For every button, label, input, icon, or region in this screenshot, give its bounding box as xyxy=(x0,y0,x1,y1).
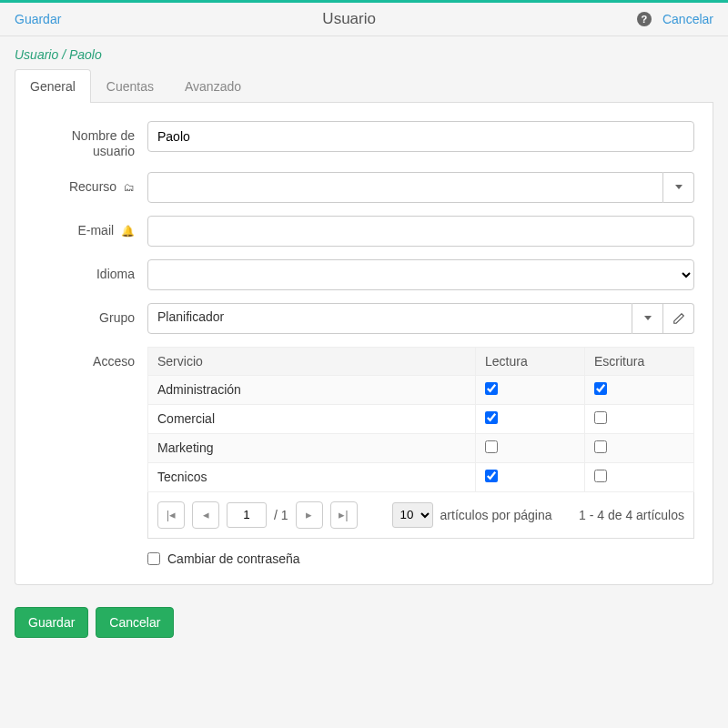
pager-next-button[interactable]: ▸ xyxy=(296,501,323,529)
pencil-icon xyxy=(672,312,685,325)
service-cell: Comercial xyxy=(148,404,476,433)
bell-icon: 🔔 xyxy=(121,225,135,238)
write-checkbox[interactable] xyxy=(594,382,607,395)
header-cancel-link[interactable]: Cancelar xyxy=(662,12,713,26)
recurso-dropdown-button[interactable] xyxy=(663,172,694,203)
table-row[interactable]: Comercial xyxy=(148,404,694,433)
write-checkbox[interactable] xyxy=(594,470,607,482)
chevron-down-icon xyxy=(675,185,682,189)
change-password-label: Cambiar de contraseña xyxy=(167,551,300,566)
write-cell xyxy=(585,462,694,491)
tab-panel-general: Nombre de usuario Recurso 🗂 E-mail 🔔 xyxy=(15,103,713,585)
pager-page-input[interactable] xyxy=(227,502,267,528)
read-cell xyxy=(476,462,585,491)
read-checkbox[interactable] xyxy=(485,411,498,424)
write-cell xyxy=(585,375,694,404)
pager-first-button[interactable]: |◂ xyxy=(157,501,185,529)
read-cell xyxy=(476,375,585,404)
service-cell: Marketing xyxy=(148,433,476,462)
resource-icon: 🗂 xyxy=(124,181,135,194)
grupo-input[interactable]: Planificador xyxy=(147,303,632,334)
grupo-label: Grupo xyxy=(34,303,147,326)
tab-cuentas[interactable]: Cuentas xyxy=(91,69,169,103)
username-label: Nombre de usuario xyxy=(34,121,147,159)
tab-bar: General Cuentas Avanzado xyxy=(15,69,713,103)
grupo-edit-button[interactable] xyxy=(663,303,694,334)
page-title: Usuario xyxy=(61,10,637,28)
write-cell xyxy=(585,433,694,462)
table-row[interactable]: Tecnicos xyxy=(148,462,694,491)
col-servicio[interactable]: Servicio xyxy=(148,347,476,375)
read-checkbox[interactable] xyxy=(485,440,498,453)
service-cell: Tecnicos xyxy=(148,462,476,491)
change-password-checkbox[interactable] xyxy=(147,552,160,565)
chevron-down-icon xyxy=(644,316,652,320)
help-icon[interactable]: ? xyxy=(637,12,652,26)
read-checkbox[interactable] xyxy=(485,382,498,395)
pager-range-label: 1 - 4 de 4 artículos xyxy=(579,508,684,522)
recurso-input[interactable] xyxy=(147,172,663,203)
read-checkbox[interactable] xyxy=(485,470,498,482)
save-button[interactable]: Guardar xyxy=(15,607,88,638)
grupo-dropdown-button[interactable] xyxy=(632,303,663,334)
write-checkbox[interactable] xyxy=(594,440,607,453)
recurso-label: Recurso 🗂 xyxy=(34,172,147,195)
pager-last-button[interactable]: ▸| xyxy=(330,501,358,529)
pager-prev-button[interactable]: ◂ xyxy=(192,501,219,529)
pager-total-pages: / 1 xyxy=(274,508,288,522)
username-input[interactable] xyxy=(147,121,694,152)
write-cell xyxy=(585,404,694,433)
table-row[interactable]: Marketing xyxy=(148,433,694,462)
col-lectura[interactable]: Lectura xyxy=(476,347,585,375)
footer-buttons: Guardar Cancelar xyxy=(0,585,728,660)
header: Guardar Usuario ? Cancelar xyxy=(0,3,728,36)
service-cell: Administración xyxy=(148,375,476,404)
header-save-link[interactable]: Guardar xyxy=(15,12,61,26)
pager: |◂ ◂ / 1 ▸ ▸| 10 artículos por página 1 … xyxy=(147,492,694,539)
tab-general[interactable]: General xyxy=(15,69,91,103)
read-cell xyxy=(476,404,585,433)
idioma-select[interactable] xyxy=(147,259,694,290)
pager-size-select[interactable]: 10 xyxy=(392,502,433,528)
email-label: E-mail 🔔 xyxy=(34,216,147,238)
col-escritura[interactable]: Escritura xyxy=(585,347,694,375)
cancel-button[interactable]: Cancelar xyxy=(96,607,174,638)
read-cell xyxy=(476,433,585,462)
access-table: Servicio Lectura Escritura Administració… xyxy=(147,347,694,492)
tab-avanzado[interactable]: Avanzado xyxy=(169,69,257,103)
write-checkbox[interactable] xyxy=(594,411,607,424)
table-row[interactable]: Administración xyxy=(148,375,694,404)
idioma-label: Idioma xyxy=(34,259,147,282)
acceso-label: Acceso xyxy=(34,347,147,369)
pager-per-page-label: artículos por página xyxy=(440,508,552,522)
email-input[interactable] xyxy=(147,216,694,247)
breadcrumb: Usuario / Paolo xyxy=(0,36,728,69)
